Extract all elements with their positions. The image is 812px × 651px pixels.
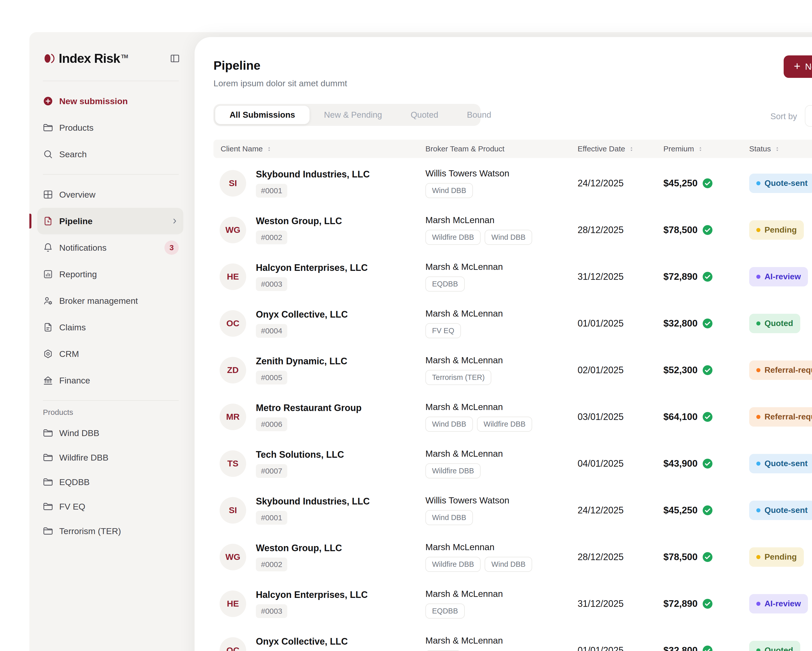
sidebar-item-pipeline[interactable]: Pipeline — [37, 208, 183, 234]
sidebar-item-notifications[interactable]: Notifications 3 — [37, 234, 183, 261]
sidebar-item-eqdbb[interactable]: EQDBB — [37, 470, 183, 494]
product-chip-row: Wind DBB — [426, 510, 578, 525]
sort-icon[interactable] — [774, 145, 781, 152]
product-chip: Wind DBB — [485, 230, 532, 245]
broker-team-name: Marsh McLennan — [426, 215, 578, 225]
tab-new-pending[interactable]: New & Pending — [310, 105, 396, 124]
products-section-label: Products — [43, 408, 193, 417]
product-chip-row: Wind DBB — [426, 183, 578, 198]
sidebar-item-search[interactable]: Search — [37, 141, 183, 168]
premium-value: $45,250 — [663, 178, 698, 189]
sidebar-item-crm[interactable]: CRM — [37, 341, 183, 367]
panel-collapse-icon[interactable] — [169, 53, 180, 64]
sort-icon[interactable] — [266, 145, 272, 152]
product-chip-row: EQDBB — [426, 604, 578, 619]
effective-date: 28/12/2025 — [578, 552, 663, 563]
broker-cell: Marsh & McLennan FV EQ — [426, 308, 578, 338]
premium-value: $78,500 — [663, 552, 698, 563]
broker-team-name: Marsh & McLennan — [426, 262, 578, 272]
product-chip: Wind DBB — [485, 557, 532, 572]
broker-cell: Willis Towers Watson Wind DBB — [426, 495, 578, 525]
sidebar-item-overview[interactable]: Overview — [37, 181, 183, 208]
client-name: Tech Solutions, LLC — [256, 449, 344, 460]
status-label: Pending — [765, 225, 797, 235]
sidebar-item-wildfire-dbb[interactable]: Wildfire DBB — [37, 445, 183, 470]
client-name: Onyx Collective, LLC — [256, 636, 348, 647]
sidebar-item-label: CRM — [59, 349, 79, 359]
sidebar-item-label: Search — [59, 149, 87, 159]
table-row[interactable]: WG Weston Group, LLC #0002 Marsh McLenna… — [214, 534, 812, 580]
table-row[interactable]: WG Weston Group, LLC #0002 Marsh McLenna… — [214, 207, 812, 253]
table-row[interactable]: OC Onyx Collective, LLC #0004 Marsh & Mc… — [214, 300, 812, 347]
sidebar-divider — [43, 400, 179, 401]
sort-icon[interactable] — [697, 145, 704, 152]
table-row[interactable]: SI Skybound Industries, LLC #0001 Willis… — [214, 160, 812, 207]
column-header[interactable]: Client Name — [214, 145, 426, 153]
premium-value: $32,800 — [663, 645, 698, 651]
table-row[interactable]: ZD Zenith Dynamic, LLC #0005 Marsh & McL… — [214, 347, 812, 393]
tab-quoted[interactable]: Quoted — [396, 105, 452, 124]
sidebar-item-label: Finance — [59, 375, 90, 386]
status-label: Referral-required — [765, 412, 812, 421]
product-chip: Wildfire DBB — [426, 463, 481, 479]
status-dot-icon — [756, 368, 760, 372]
premium-cell: $45,250 — [663, 505, 749, 516]
client-avatar: SI — [220, 497, 246, 524]
table-row[interactable]: HE Halcyon Enterprises, LLC #0003 Marsh … — [214, 580, 812, 627]
status-badge: Referral-required — [749, 360, 812, 380]
sidebar-item-fv-eq[interactable]: FV EQ — [37, 494, 183, 519]
sidebar-item-broker-management[interactable]: Broker management — [37, 287, 183, 314]
client-cell: HE Halcyon Enterprises, LLC #0003 — [214, 590, 426, 618]
sidebar-item-reporting[interactable]: Reporting — [37, 261, 183, 287]
sidebar-item-claims[interactable]: Claims — [37, 314, 183, 341]
sort-icon[interactable] — [628, 145, 635, 152]
tab-all-submissions[interactable]: All Submissions — [215, 105, 310, 124]
column-header[interactable]: Premium — [663, 145, 749, 153]
product-chip: Terrorism (TER) — [426, 370, 491, 385]
client-cell: HE Halcyon Enterprises, LLC #0003 — [214, 262, 426, 291]
client-name: Metro Restaurant Group — [256, 402, 362, 413]
column-header[interactable]: Broker Team & Product — [426, 145, 578, 153]
sort-by-dropdown[interactable] — [805, 105, 812, 127]
sidebar-item-terrorism-ter-[interactable]: Terrorism (TER) — [37, 519, 183, 543]
status-badge: Quote-sent — [749, 501, 812, 520]
effective-date: 01/01/2025 — [578, 645, 663, 651]
submission-ref-chip: #0002 — [256, 230, 287, 244]
broker-team-name: Marsh & McLennan — [426, 308, 578, 319]
sidebar-item-finance[interactable]: Finance — [37, 367, 183, 394]
new-submission-button[interactable]: + New submission — [784, 55, 812, 78]
client-avatar: HE — [220, 264, 246, 290]
table-row[interactable]: SI Skybound Industries, LLC #0001 Willis… — [214, 487, 812, 534]
file-text-icon — [43, 322, 53, 332]
sidebar-item-wind-dbb[interactable]: Wind DBB — [37, 421, 183, 445]
notification-count-badge: 3 — [165, 241, 179, 255]
client-name: Halcyon Enterprises, LLC — [256, 590, 368, 600]
table-row[interactable]: HE Halcyon Enterprises, LLC #0003 Marsh … — [214, 253, 812, 300]
sidebar-divider — [43, 81, 179, 81]
status-dot-icon — [756, 181, 760, 185]
table-row[interactable]: OC Onyx Collective, LLC #0004 Marsh & Mc… — [214, 627, 812, 651]
submission-ref-chip: #0001 — [256, 511, 287, 524]
sidebar-item-label: Terrorism (TER) — [59, 526, 121, 536]
client-avatar: OC — [220, 310, 246, 337]
column-header[interactable]: Effective Date — [578, 145, 663, 153]
page-title: Pipeline — [214, 58, 261, 73]
sidebar-item-products[interactable]: Products — [37, 114, 183, 141]
client-name: Skybound Industries, LLC — [256, 169, 370, 180]
table-row[interactable]: MR Metro Restaurant Group #0006 Marsh & … — [214, 393, 812, 440]
chevron-right-icon — [171, 217, 179, 225]
hexagon-icon — [43, 349, 53, 359]
folder-icon — [43, 477, 53, 487]
sidebar-item-new-submission[interactable]: New submission — [37, 88, 183, 114]
table-row[interactable]: TS Tech Solutions, LLC #0007 Marsh & McL… — [214, 440, 812, 487]
user-gear-icon — [43, 296, 53, 306]
column-header[interactable]: Status — [749, 145, 812, 153]
tab-bound[interactable]: Bound — [452, 105, 505, 124]
premium-cell: $72,890 — [663, 598, 749, 610]
client-cell: SI Skybound Industries, LLC #0001 — [214, 169, 426, 198]
submissions-table: Client Name Broker Team & Product Effect… — [214, 140, 812, 651]
status-label: Pending — [765, 552, 797, 562]
broker-cell: Willis Towers Watson Wind DBB — [426, 168, 578, 198]
status-label: AI-review — [765, 599, 801, 608]
grid-icon — [43, 189, 53, 200]
